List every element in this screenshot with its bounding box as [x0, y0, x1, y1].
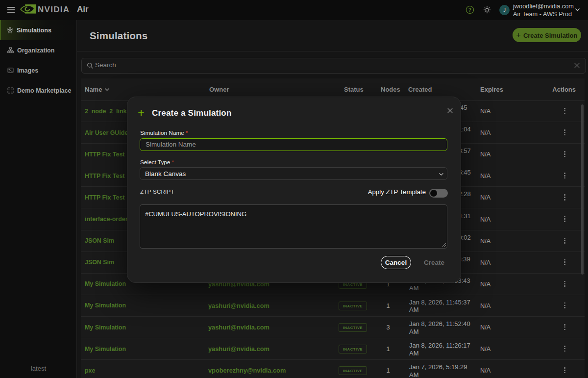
svg-text:?: ?: [468, 7, 471, 13]
